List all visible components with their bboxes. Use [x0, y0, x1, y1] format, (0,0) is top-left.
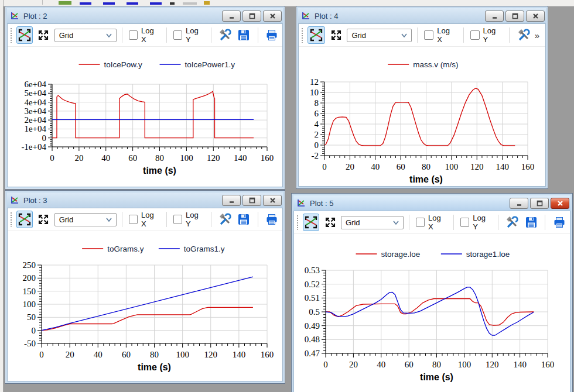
- titlebar[interactable]: Plot : 2: [7, 8, 283, 23]
- fit-in-view-button[interactable]: [322, 214, 339, 231]
- maximize-button[interactable]: [242, 11, 261, 22]
- log-x-checkbox[interactable]: Log X: [415, 214, 448, 231]
- auto-scale-button[interactable]: [16, 26, 33, 44]
- save-button[interactable]: [235, 211, 252, 228]
- auto-scale-button[interactable]: [303, 214, 320, 231]
- svg-text:4e+04: 4e+04: [24, 98, 46, 107]
- log-x-checkbox[interactable]: Log X: [423, 26, 457, 44]
- print-button[interactable]: [551, 214, 568, 231]
- svg-text:120: 120: [470, 162, 484, 171]
- checkbox-box[interactable]: [129, 30, 138, 40]
- close-button[interactable]: [526, 11, 545, 22]
- svg-text:120: 120: [486, 360, 499, 369]
- svg-text:80: 80: [432, 360, 441, 369]
- grid-select-value: Grid: [59, 215, 74, 224]
- titlebar[interactable]: Plot : 5: [293, 195, 570, 211]
- auto-scale-button[interactable]: [16, 211, 33, 228]
- grid-select-value: Grid: [59, 31, 74, 40]
- plot-canvas[interactable]: 020406080100120140160250200150100500-50t…: [8, 231, 282, 381]
- save-icon: [237, 28, 251, 42]
- toolbar-icon-stub: [127, 2, 138, 5]
- legend-label: mass.v (m/s): [413, 60, 458, 69]
- minimize-button[interactable]: [222, 195, 241, 206]
- svg-text:time (s): time (s): [409, 174, 443, 184]
- plot-toolbar: Grid Log X Log Y: [8, 24, 282, 47]
- checkbox-box[interactable]: [416, 218, 425, 227]
- plot-toolbar: Grid Log X Log Y: [294, 211, 570, 234]
- plot-window-icon: [300, 11, 311, 20]
- toolbar-separator: [453, 215, 454, 230]
- minimize-button[interactable]: [222, 11, 241, 22]
- plot-canvas[interactable]: 020406080100120140160121086420-2time (s)…: [299, 47, 545, 186]
- minimize-button[interactable]: [485, 11, 504, 22]
- svg-text:6e+04: 6e+04: [24, 80, 46, 89]
- svg-text:time (s): time (s): [143, 166, 176, 176]
- toolbar-grip[interactable]: [10, 27, 13, 43]
- titlebar[interactable]: Plot : 4: [298, 8, 546, 23]
- log-x-checkbox[interactable]: Log X: [128, 211, 161, 228]
- setup-button[interactable]: [504, 214, 521, 231]
- svg-text:250: 250: [23, 260, 36, 270]
- save-button[interactable]: [235, 26, 252, 44]
- fit-in-view-button[interactable]: [35, 26, 52, 44]
- svg-text:time (s): time (s): [138, 362, 171, 372]
- grid-select[interactable]: Grid: [341, 216, 404, 229]
- checkbox-box[interactable]: [470, 30, 480, 40]
- grid-select[interactable]: Grid: [54, 213, 117, 226]
- save-icon: [524, 215, 538, 229]
- log-x-checkbox[interactable]: Log X: [128, 26, 161, 44]
- checkbox-box[interactable]: [424, 30, 433, 40]
- log-y-checkbox[interactable]: Log Y: [172, 26, 206, 44]
- log-y-checkbox[interactable]: Log Y: [172, 211, 206, 228]
- log-x-label: Log X: [141, 211, 160, 228]
- maximize-button[interactable]: [242, 195, 261, 206]
- chart-svg: 020406080100120140160250200150100500-50t…: [8, 231, 282, 381]
- plot-canvas[interactable]: 0204060801001201401606e+045e+044e+043e+0…: [8, 47, 282, 187]
- print-button[interactable]: [264, 26, 280, 44]
- maximize-button[interactable]: [505, 11, 524, 22]
- plot-canvas[interactable]: 0204060801001201401600.530.520.510.50.49…: [294, 234, 570, 392]
- grid-select[interactable]: Grid: [347, 29, 412, 42]
- minimize-button[interactable]: [510, 198, 528, 209]
- svg-text:20: 20: [346, 162, 354, 171]
- svg-text:100: 100: [445, 162, 459, 171]
- setup-button[interactable]: [515, 26, 532, 44]
- log-y-checkbox[interactable]: Log Y: [469, 26, 504, 44]
- toolbar-overflow-button[interactable]: »: [535, 30, 539, 40]
- svg-text:80: 80: [155, 153, 164, 163]
- toolbar-separator: [122, 212, 122, 227]
- auto-scale-button[interactable]: [308, 26, 325, 44]
- titlebar[interactable]: Plot : 3: [7, 192, 283, 208]
- checkbox-box[interactable]: [173, 30, 182, 40]
- maximize-button[interactable]: [530, 198, 549, 209]
- svg-text:0.47: 0.47: [305, 349, 320, 358]
- print-button[interactable]: [264, 211, 280, 228]
- checkbox-box[interactable]: [460, 218, 469, 227]
- log-y-checkbox[interactable]: Log Y: [459, 214, 493, 231]
- svg-text:160: 160: [521, 162, 535, 171]
- legend-label: storage.loe: [381, 250, 421, 259]
- toolbar-separator: [417, 27, 418, 43]
- svg-text:150: 150: [23, 287, 36, 296]
- fit-in-view-button[interactable]: [35, 211, 52, 228]
- close-button[interactable]: [263, 195, 282, 206]
- toolbar-grip[interactable]: [10, 212, 13, 227]
- toolbar-icon-stub: [204, 1, 210, 5]
- plot-window-4: Plot : 4 Grid Log X Log Y » 020406080100…: [296, 6, 548, 189]
- close-button[interactable]: [551, 198, 569, 209]
- setup-button[interactable]: [217, 211, 233, 228]
- close-button[interactable]: [263, 11, 282, 22]
- checkbox-box[interactable]: [173, 215, 182, 224]
- svg-text:50: 50: [27, 312, 36, 322]
- setup-button[interactable]: [217, 26, 233, 44]
- toolbar-grip[interactable]: [301, 27, 304, 43]
- toolbar-grip[interactable]: [296, 215, 299, 230]
- chevron-down-icon: [106, 33, 112, 37]
- checkbox-box[interactable]: [129, 215, 138, 224]
- grid-select[interactable]: Grid: [54, 29, 117, 42]
- grid-select-value: Grid: [346, 218, 360, 227]
- fit-in-view-button[interactable]: [327, 26, 345, 44]
- toolbar-separator: [409, 215, 409, 230]
- series-toGrams1.y: [42, 277, 253, 331]
- save-button[interactable]: [523, 214, 540, 231]
